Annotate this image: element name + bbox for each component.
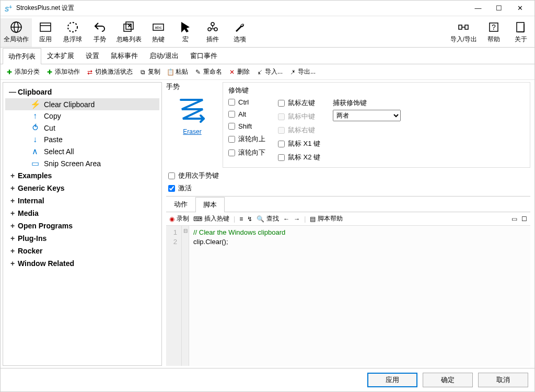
ok-button[interactable]: 确定 (423, 373, 473, 387)
wrench-icon (233, 20, 247, 34)
toggle-active-button[interactable]: ⇄切换激活状态 (84, 66, 135, 77)
tb-hotkeys[interactable]: abc 热键 (145, 18, 172, 47)
tb-floater[interactable]: 悬浮球 (59, 18, 86, 47)
import-button[interactable]: ⭹导入... (254, 66, 285, 77)
play-cursor-icon (179, 20, 192, 34)
tab-script[interactable]: 脚本 (195, 197, 225, 212)
action-paste[interactable]: ↓Paste (5, 134, 159, 145)
indent-icon: ≡ (239, 215, 243, 223)
maximize-icon: ☐ (521, 215, 527, 223)
minimize-button[interactable]: — (468, 1, 489, 16)
prev-button[interactable]: ← (283, 215, 289, 223)
action-clear-clipboard[interactable]: ⚡Clear Clipboard (5, 98, 159, 110)
main-toolbar: 全局动作 应用 悬浮球 手势 忽略列表 abc 热键 宏 插件 (1, 16, 534, 48)
insert-hotkey-button[interactable]: ⌨插入热键 (193, 214, 229, 223)
tb-options[interactable]: 选项 (226, 18, 253, 47)
tb-gestures[interactable]: 手势 (86, 18, 113, 47)
rename-icon: ✎ (194, 68, 202, 76)
category-examples[interactable]: +Examples (5, 169, 159, 182)
apply-button[interactable]: 应用 (367, 373, 417, 387)
action-select-all[interactable]: ∧Select All (5, 145, 159, 157)
category-open-programs[interactable]: +Open Programs (5, 220, 159, 232)
tab-text-expansion[interactable]: 文本扩展 (41, 48, 80, 64)
gesture-icon: ▭ (30, 158, 40, 168)
tb-macros[interactable]: 宏 (172, 18, 199, 47)
category-media[interactable]: +Media (5, 207, 159, 220)
minimize-icon: ▭ (511, 215, 517, 223)
chk-wheel-up[interactable]: 滚轮向上 (228, 134, 265, 144)
chk-shift[interactable]: Shift (228, 122, 265, 130)
category-plugins[interactable]: +Plug-Ins (5, 232, 159, 245)
tab-settings[interactable]: 设置 (80, 48, 105, 64)
action-cut[interactable]: ⥀Cut (5, 122, 159, 134)
chk-use-secondary[interactable]: 使用次手势键 (168, 171, 530, 180)
script-help-button[interactable]: ▤脚本帮助 (310, 214, 343, 223)
record-button[interactable]: ◉录制 (169, 214, 189, 223)
chk-alt[interactable]: Alt (228, 110, 265, 118)
add-action-button[interactable]: ✚添加动作 (44, 66, 82, 77)
delete-icon: ✕ (228, 68, 236, 76)
gesture-icon: ↑ (30, 111, 40, 121)
category-window-related[interactable]: +Window Related (5, 257, 159, 270)
gesture-name-link[interactable]: Eraser (183, 128, 201, 135)
chk-mouse-left[interactable]: 鼠标左键 (278, 98, 320, 108)
category-generic-keys[interactable]: +Generic Keys (5, 182, 159, 194)
action-tree: —Clipboard ⚡Clear Clipboard ↑Copy ⥀Cut ↓… (3, 82, 162, 366)
titlebar: S+ StrokesPlus.net 设置 — ☐ ✕ (1, 1, 534, 16)
capture-select[interactable]: 两者 (333, 110, 401, 121)
gesture-preview[interactable] (177, 94, 208, 125)
maximize-button[interactable]: ☐ (489, 1, 509, 16)
tb-applications[interactable]: 应用 (32, 18, 59, 47)
delete-button[interactable]: ✕删除 (226, 66, 252, 77)
tab-startup-exit[interactable]: 启动/退出 (144, 48, 184, 64)
tab-window-events[interactable]: 窗口事件 (184, 48, 223, 64)
chk-ctrl[interactable]: Ctrl (228, 98, 265, 106)
action-copy[interactable]: ↑Copy (5, 110, 159, 122)
tab-action[interactable]: 动作 (166, 197, 195, 212)
tab-mouse-events[interactable]: 鼠标事件 (105, 48, 144, 64)
category-clipboard[interactable]: —Clipboard (5, 86, 159, 98)
paste-button[interactable]: 📋粘贴 (165, 66, 190, 77)
tb-plugins[interactable]: 插件 (199, 18, 226, 47)
tb-about[interactable]: 关于 (507, 18, 534, 47)
add-category-button[interactable]: ✚添加分类 (4, 66, 42, 77)
export-button[interactable]: ⭷导出... (287, 66, 318, 77)
chk-mouse-x2[interactable]: 鼠标 X2 键 (278, 153, 320, 162)
svg-rect-17 (459, 25, 462, 29)
add-action-icon: ✚ (46, 68, 53, 76)
tb-import-export[interactable]: 导入/导出 (447, 18, 480, 47)
svg-point-12 (211, 22, 214, 26)
arrow-left-icon: ← (283, 215, 289, 223)
expand-icon: + (7, 184, 18, 192)
action-snip[interactable]: ▭Snip Screen Area (5, 157, 159, 169)
indent-button[interactable]: ≡ (239, 215, 243, 223)
code-editor[interactable]: 1 2 ⊟ // Clear the Windows clipboard cli… (166, 226, 530, 366)
step-button[interactable]: ↯ (247, 215, 252, 223)
chk-mouse-x1[interactable]: 鼠标 X1 键 (278, 139, 320, 148)
next-button[interactable]: → (294, 215, 300, 223)
chk-active[interactable]: 激活 (168, 183, 530, 193)
rename-button[interactable]: ✎重命名 (192, 66, 224, 77)
minimize-editor-button[interactable]: ▭ (511, 215, 517, 223)
cancel-button[interactable]: 取消 (478, 373, 528, 387)
abc-icon: abc (152, 20, 165, 34)
tb-help[interactable]: ? 帮助 (480, 18, 507, 47)
globe-icon (9, 20, 23, 34)
find-button[interactable]: 🔍查找 (257, 214, 279, 223)
chk-wheel-down[interactable]: 滚轮向下 (228, 148, 265, 157)
close-button[interactable]: ✕ (509, 1, 530, 16)
maximize-editor-button[interactable]: ☐ (521, 215, 527, 223)
tb-ignore-list[interactable]: 忽略列表 (113, 18, 145, 47)
gesture-icon: ↓ (30, 135, 40, 144)
tb-global-actions[interactable]: 全局动作 (1, 18, 32, 47)
code-content[interactable]: // Clear the Windows clipboard clip.Clea… (189, 226, 530, 366)
app-icon: S+ (5, 4, 13, 13)
search-icon: 🔍 (257, 215, 264, 223)
tab-action-list[interactable]: 动作列表 (3, 48, 41, 64)
category-internal[interactable]: +Internal (5, 194, 159, 207)
category-rocker[interactable]: +Rocker (5, 245, 159, 257)
copy-icon: ⧉ (139, 68, 146, 76)
chk-mouse-right: 鼠标右键 (278, 125, 320, 135)
gesture-title: 手势 (166, 82, 180, 91)
copy-button[interactable]: ⧉复制 (137, 66, 162, 77)
